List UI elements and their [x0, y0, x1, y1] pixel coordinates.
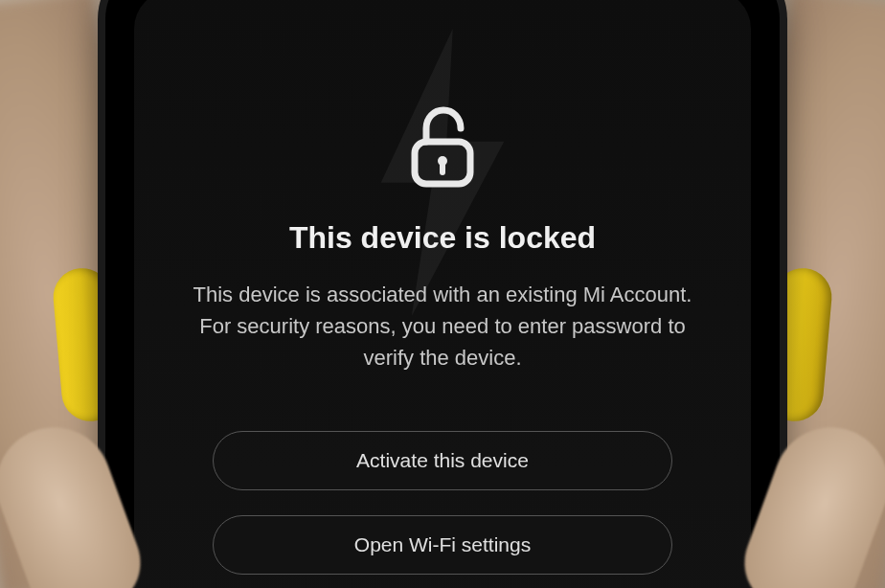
activate-device-button[interactable]: Activate this device: [213, 431, 672, 490]
phone-screen: This device is locked This device is ass…: [134, 0, 751, 588]
lock-title: This device is locked: [289, 220, 596, 256]
lock-description: This device is associated with an existi…: [174, 279, 711, 373]
phone-body: This device is locked This device is ass…: [105, 0, 780, 588]
open-wifi-settings-button[interactable]: Open Wi-Fi settings: [213, 515, 672, 575]
activate-device-label: Activate this device: [356, 449, 529, 472]
open-wifi-settings-label: Open Wi-Fi settings: [354, 533, 531, 556]
unlock-icon: [405, 105, 480, 193]
